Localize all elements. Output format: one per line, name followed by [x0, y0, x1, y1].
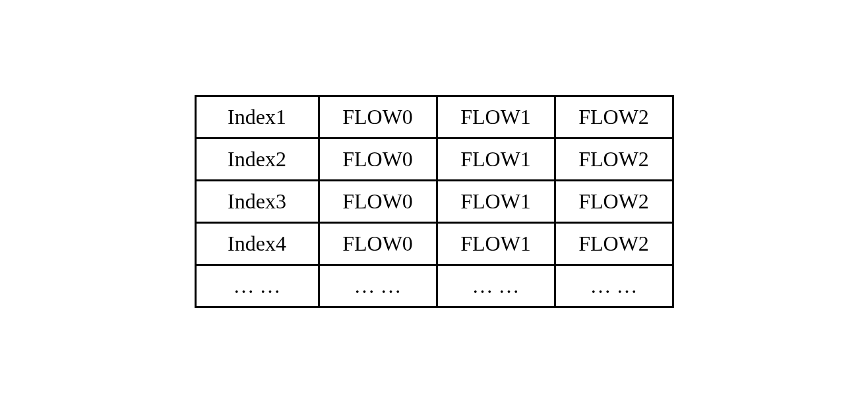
flow2-cell: FLOW2 [555, 139, 673, 181]
flow2-cell: FLOW2 [555, 223, 673, 265]
index-flow-table: Index1 FLOW0 FLOW1 FLOW2 Index2 FLOW0 FL… [195, 95, 674, 308]
flow0-cell: FLOW0 [319, 223, 437, 265]
table-row: … … … … … … … … [195, 265, 673, 307]
flow0-cell: FLOW0 [319, 96, 437, 139]
flow1-cell: … … [437, 265, 555, 307]
flow1-cell: FLOW1 [437, 139, 555, 181]
index-cell: … … [195, 265, 319, 307]
flow1-cell: FLOW1 [437, 223, 555, 265]
table-row: Index2 FLOW0 FLOW1 FLOW2 [195, 139, 673, 181]
flow0-cell: FLOW0 [319, 139, 437, 181]
index-cell: Index1 [195, 96, 319, 139]
flow0-cell: FLOW0 [319, 181, 437, 223]
flow0-cell: … … [319, 265, 437, 307]
flow1-cell: FLOW1 [437, 181, 555, 223]
index-cell: Index3 [195, 181, 319, 223]
table-row: Index1 FLOW0 FLOW1 FLOW2 [195, 96, 673, 139]
table-row: Index3 FLOW0 FLOW1 FLOW2 [195, 181, 673, 223]
index-cell: Index4 [195, 223, 319, 265]
flow2-cell: … … [555, 265, 673, 307]
table-row: Index4 FLOW0 FLOW1 FLOW2 [195, 223, 673, 265]
flow2-cell: FLOW2 [555, 96, 673, 139]
flow2-cell: FLOW2 [555, 181, 673, 223]
index-cell: Index2 [195, 139, 319, 181]
flow1-cell: FLOW1 [437, 96, 555, 139]
